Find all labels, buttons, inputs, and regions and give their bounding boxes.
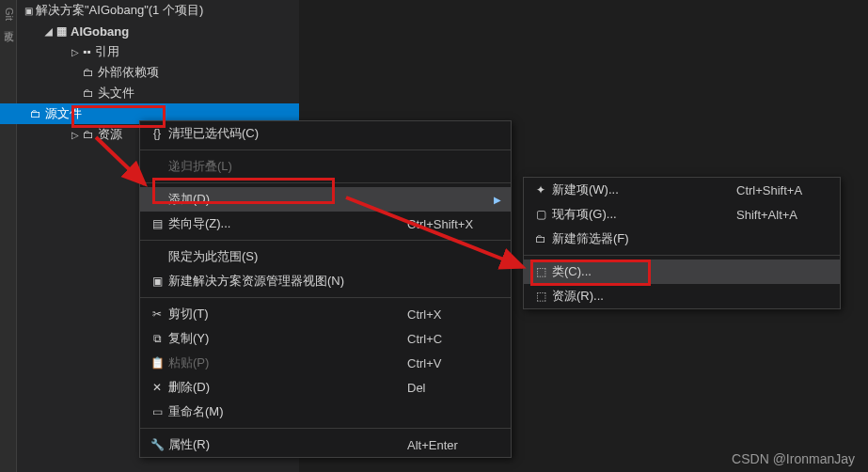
- project-node[interactable]: ◢ ▦ AIGobang: [17, 21, 299, 41]
- solution-node[interactable]: ▣ 解决方案"AIGobang"(1 个项目): [17, 0, 299, 21]
- project-label: AIGobang: [71, 24, 129, 39]
- submenu-existing-item[interactable]: ▢ 现有项(G)... Shift+Alt+A: [524, 202, 840, 227]
- resource-icon: ⬚: [529, 290, 552, 303]
- submenu-arrow-icon: ▶: [494, 195, 501, 205]
- headers-label: 头文件: [98, 85, 134, 102]
- references-icon: ▪▪: [83, 45, 91, 58]
- menu-separator: [140, 149, 511, 150]
- menu-separator: [524, 255, 840, 256]
- paste-icon: 📋: [146, 356, 168, 370]
- menu-paste: 📋 粘贴(P) Ctrl+V: [140, 351, 511, 375]
- resources-label: 资源: [98, 126, 122, 143]
- menu-separator: [140, 428, 511, 429]
- cut-icon: ✂: [146, 307, 168, 321]
- add-submenu: ✦ 新建项(W)... Ctrl+Shift+A ▢ 现有项(G)... Shi…: [523, 177, 841, 309]
- submenu-resource[interactable]: ⬚ 资源(R)...: [524, 284, 840, 308]
- menu-scope[interactable]: 限定为此范围(S): [140, 244, 511, 269]
- menu-separator: [140, 297, 511, 298]
- menu-rename[interactable]: ▭ 重命名(M): [140, 400, 511, 424]
- sources-label: 源文件: [45, 105, 82, 122]
- menu-class-wizard[interactable]: ▤ 类向导(Z)... Ctrl+Shift+X: [140, 212, 511, 236]
- submenu-class[interactable]: ⬚ 类(C)...: [524, 260, 840, 284]
- folder-icon: 🗀: [83, 87, 94, 100]
- chevron-down-icon: ◢: [43, 26, 55, 37]
- chevron-right-icon: ▷: [70, 47, 81, 57]
- references-label: 引用: [95, 43, 119, 60]
- submenu-new-filter[interactable]: 🗀 新建筛选器(F): [524, 227, 840, 251]
- watermark: CSDN @IronmanJay: [732, 451, 855, 466]
- submenu-new-item[interactable]: ✦ 新建项(W)... Ctrl+Shift+A: [524, 178, 840, 202]
- folder-icon: 🗀: [83, 66, 94, 79]
- existing-item-icon: ▢: [529, 208, 552, 221]
- menu-separator: [140, 240, 511, 241]
- copy-icon: ⧉: [146, 332, 168, 345]
- wizard-icon: ▤: [146, 217, 168, 230]
- braces-icon: {}: [146, 127, 168, 140]
- menu-clean[interactable]: {} 清理已选代码(C): [140, 121, 511, 146]
- external-deps-node[interactable]: 🗀 外部依赖项: [17, 62, 299, 83]
- menu-copy[interactable]: ⧉ 复制(Y) Ctrl+C: [140, 326, 511, 351]
- menu-add[interactable]: 添加(D) ▶: [140, 187, 511, 212]
- class-icon: ⬚: [529, 265, 552, 278]
- menu-separator: [140, 182, 511, 183]
- view-icon: ▣: [146, 275, 168, 288]
- menu-new-view[interactable]: ▣ 新建解决方案资源管理器视图(N): [140, 269, 511, 293]
- filter-icon: 🗀: [529, 232, 552, 245]
- folder-icon: 🗀: [83, 128, 94, 141]
- project-icon: ▦: [56, 24, 67, 38]
- wrench-icon: 🔧: [146, 438, 168, 451]
- context-menu: {} 清理已选代码(C) 递归折叠(L) 添加(D) ▶ ▤ 类向导(Z)...…: [139, 120, 512, 458]
- solution-label: 解决方案"AIGobang"(1 个项目): [36, 2, 203, 19]
- external-label: 外部依赖项: [98, 64, 159, 81]
- expander-icon: ▣: [23, 6, 34, 16]
- delete-icon: ✕: [146, 381, 168, 394]
- new-item-icon: ✦: [529, 183, 552, 197]
- rename-icon: ▭: [146, 405, 168, 418]
- folder-icon: 🗀: [30, 107, 41, 120]
- menu-cut[interactable]: ✂ 剪切(T) Ctrl+X: [140, 302, 511, 326]
- chevron-right-icon: ▷: [70, 130, 81, 140]
- menu-properties[interactable]: 🔧 属性(R) Alt+Enter: [140, 433, 511, 457]
- headers-node[interactable]: 🗀 头文件: [17, 83, 299, 103]
- side-panel-tab[interactable]: Git 更改: [0, 0, 17, 472]
- menu-delete[interactable]: ✕ 删除(D) Del: [140, 375, 511, 400]
- menu-collapse: 递归折叠(L): [140, 154, 511, 179]
- references-node[interactable]: ▷ ▪▪ 引用: [17, 41, 299, 62]
